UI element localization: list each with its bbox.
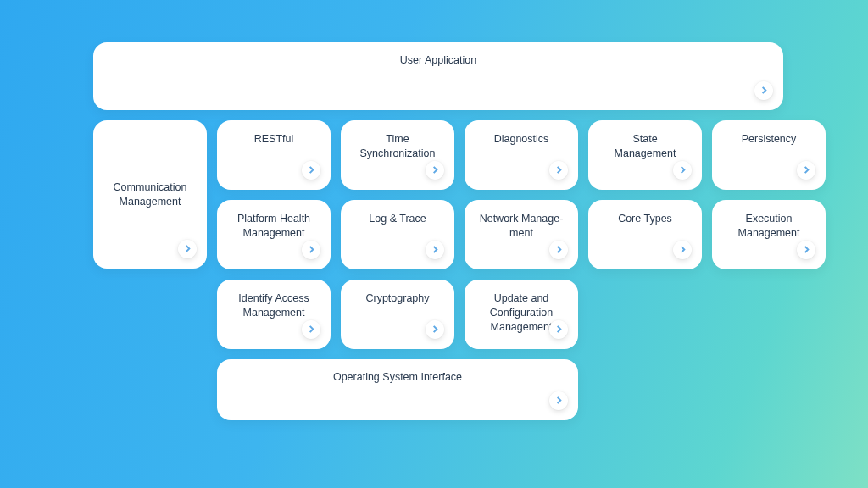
expand-button[interactable] [549, 391, 568, 410]
card-label: Cryptography [365, 291, 429, 306]
card-identify-access-management[interactable]: Identify Access Management [217, 280, 331, 349]
chevron-right-icon [431, 243, 439, 258]
grid-row-2: Platform Health Management Log & Trace N… [217, 200, 826, 269]
card-label: Platform Health Management [231, 212, 317, 241]
chevron-right-icon [308, 323, 315, 337]
card-execution-management[interactable]: Execution Manage­ment [712, 200, 826, 269]
card-label: Core Types [618, 212, 672, 226]
expand-button[interactable] [549, 320, 568, 339]
chevron-right-icon [803, 243, 810, 258]
card-network-management[interactable]: Network Manage­ment [465, 200, 578, 269]
card-platform-health-management[interactable]: Platform Health Management [217, 200, 331, 269]
chevron-right-icon [308, 164, 315, 178]
chevron-right-icon [679, 243, 687, 258]
expand-button[interactable] [302, 161, 320, 180]
expand-button[interactable] [302, 320, 320, 339]
left-column: Communication Management [93, 120, 207, 349]
card-persistency[interactable]: Persistency [712, 120, 826, 190]
chevron-right-icon [760, 85, 768, 97]
card-label: State Management [602, 132, 688, 161]
card-log-and-trace[interactable]: Log & Trace [341, 200, 454, 269]
chevron-right-icon [308, 243, 315, 258]
card-label: RESTful [254, 132, 294, 147]
card-cryptography[interactable]: Cryptography [341, 280, 454, 349]
card-time-synchronization[interactable]: Time Synchroniza­tion [341, 120, 454, 190]
chevron-right-icon [555, 323, 563, 337]
card-user-application[interactable]: User Application [93, 42, 783, 110]
card-operating-system-interface[interactable]: Operating System Interface [217, 359, 578, 420]
card-label: User Application [400, 54, 476, 66]
card-label: Communication Management [107, 180, 193, 209]
expand-button[interactable] [673, 161, 692, 180]
diagram-container: User Application Communication Managemen… [93, 42, 783, 420]
chevron-right-icon [184, 242, 192, 257]
chevron-right-icon [555, 164, 563, 178]
chevron-right-icon [679, 164, 687, 178]
expand-button[interactable] [426, 320, 444, 339]
middle-area: Communication Management RESTful Time Sy… [93, 120, 783, 349]
chevron-right-icon [555, 395, 563, 407]
card-label: Execution Manage­ment [726, 212, 812, 241]
expand-button[interactable] [302, 241, 320, 259]
card-core-types[interactable]: Core Types [588, 200, 702, 269]
expand-button[interactable] [673, 241, 692, 259]
card-label: Network Manage­ment [478, 212, 565, 241]
expand-button[interactable] [754, 81, 773, 100]
expand-button[interactable] [178, 240, 197, 258]
grid-row-1: RESTful Time Synchroniza­tion Diagnostic… [217, 120, 826, 190]
expand-button[interactable] [797, 161, 815, 180]
card-communication-management[interactable]: Communication Management [93, 120, 207, 269]
card-update-and-configuration-management[interactable]: Update and Configu­ration Management [465, 280, 578, 349]
card-label: Time Synchroniza­tion [354, 132, 441, 161]
chevron-right-icon [431, 323, 439, 337]
card-label: Identify Access Management [231, 291, 317, 320]
expand-button[interactable] [549, 161, 568, 180]
chevron-right-icon [431, 164, 439, 178]
expand-button[interactable] [426, 161, 444, 180]
card-label: Persistency [742, 132, 797, 147]
grid-row-3: Identify Access Management Cryptography … [217, 280, 826, 349]
expand-button[interactable] [549, 241, 568, 259]
card-restful[interactable]: RESTful [217, 120, 331, 190]
card-label: Diagnostics [494, 132, 549, 147]
card-diagnostics[interactable]: Diagnostics [465, 120, 578, 190]
card-label: Log & Trace [369, 212, 426, 226]
card-state-management[interactable]: State Management [588, 120, 702, 190]
right-grid: RESTful Time Synchroniza­tion Diagnostic… [217, 120, 826, 349]
expand-button[interactable] [797, 241, 815, 259]
chevron-right-icon [555, 243, 563, 258]
card-label: Operating System Interface [333, 371, 462, 383]
expand-button[interactable] [426, 241, 444, 259]
chevron-right-icon [803, 164, 810, 178]
